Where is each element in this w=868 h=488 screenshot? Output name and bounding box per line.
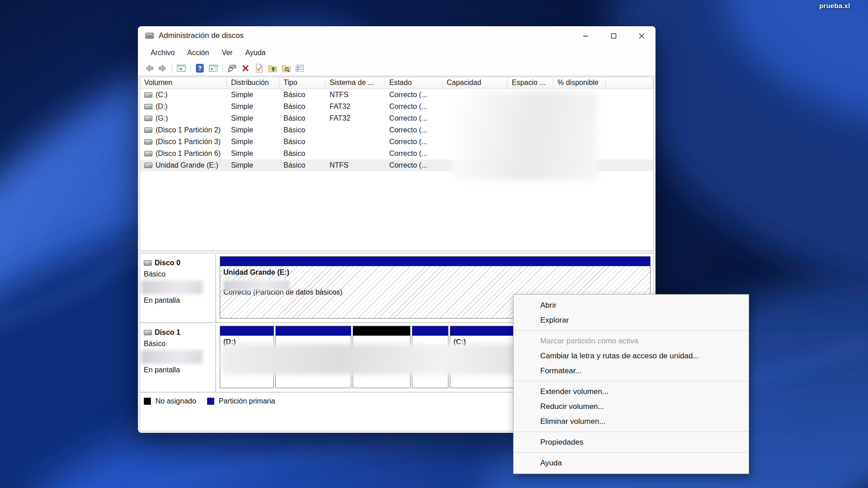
cell-status: Correcto (...: [385, 103, 443, 111]
volume-icon: [144, 127, 152, 133]
delete-volume-icon[interactable]: [239, 62, 252, 74]
menu-item[interactable]: Reducir volumen...: [514, 399, 749, 414]
column-header-sistema[interactable]: Sistema de ...: [326, 77, 385, 89]
cell-volume: (Disco 1 Partición 3): [156, 138, 221, 146]
redacted-disk-0-size: [141, 281, 203, 294]
disk-0-info[interactable]: Disco 0 Básico En pantalla: [140, 254, 216, 322]
menu-item[interactable]: Ayuda: [514, 455, 749, 470]
cell-volume: (Disco 1 Partición 6): [156, 150, 221, 158]
cell-status: Correcto (...: [385, 114, 443, 122]
volume-icon: [144, 139, 152, 145]
disk-1-info[interactable]: Disco 1 Básico En pantalla: [140, 324, 216, 392]
cell-status: Correcto (...: [385, 138, 443, 146]
disk-1-visibility: En pantalla: [144, 366, 212, 374]
desktop-icon-label[interactable]: prueba.xl: [819, 2, 868, 9]
menu-ayuda[interactable]: Ayuda: [239, 47, 272, 59]
column-header-estado[interactable]: Estado: [385, 77, 443, 89]
column-header-tipo[interactable]: Tipo: [279, 77, 326, 89]
cell-volume: (C:): [156, 91, 168, 99]
disk-icon: [144, 260, 152, 266]
cell-status: Correcto (...: [385, 161, 443, 169]
table-row[interactable]: (Disco 1 Partición 6) Simple Básico Corr…: [140, 148, 653, 160]
disk-0-name: Disco 0: [155, 259, 180, 267]
table-row[interactable]: (D:) Simple Básico FAT32 Correcto (...: [140, 101, 653, 113]
menu-item[interactable]: Explorar: [514, 313, 749, 328]
column-header-disponible[interactable]: % disponible: [553, 77, 606, 89]
action-pane-icon[interactable]: [207, 62, 220, 74]
disk-icon: [144, 330, 152, 335]
forward-icon[interactable]: [156, 62, 170, 74]
legend-label-primary: Partición primaria: [219, 397, 275, 405]
back-icon[interactable]: [142, 62, 156, 74]
disk-1-name: Disco 1: [155, 328, 180, 337]
cell-type: Básico: [279, 126, 326, 134]
window-title: Administración de discos: [159, 31, 244, 40]
app-icon: [145, 32, 154, 39]
table-row[interactable]: (Disco 1 Partición 2) Simple Básico Corr…: [140, 124, 653, 136]
redacted-disk-1-labels: [222, 344, 514, 375]
menu-archivo[interactable]: Archivo: [144, 47, 181, 59]
partition-type-stripe: [353, 326, 410, 336]
volume-table-header: Volumen Distribución Tipo Sistema de ...…: [140, 77, 653, 89]
menu-item[interactable]: Abrir: [514, 298, 749, 313]
column-header-volumen[interactable]: Volumen: [140, 77, 227, 89]
column-header-capacidad[interactable]: Capacidad: [443, 77, 508, 89]
menu-item[interactable]: Propiedades: [514, 435, 749, 450]
cell-filesystem: NTFS: [326, 91, 385, 99]
check-document-icon[interactable]: [252, 62, 266, 74]
maximize-button[interactable]: [599, 26, 627, 45]
disk-properties-icon[interactable]: [225, 62, 239, 74]
menu-accion[interactable]: Acción: [181, 47, 215, 59]
disk-0-type: Básico: [144, 270, 212, 278]
column-header-blank: [606, 77, 653, 89]
column-header-espacio[interactable]: Espacio ...: [508, 77, 553, 89]
cell-layout: Simple: [227, 126, 279, 134]
menu-item[interactable]: Cambiar la letra y rutas de acceso de un…: [514, 348, 749, 363]
help-icon[interactable]: ?: [193, 62, 207, 74]
menu-item: Marcar partición como activa: [514, 333, 749, 348]
folder-up-icon[interactable]: [266, 62, 279, 74]
cell-volume: Unidad Grande (E:): [156, 161, 218, 169]
folder-search-icon[interactable]: [279, 62, 293, 74]
volume-icon: [144, 151, 152, 156]
legend-swatch-primary: [207, 398, 214, 405]
cell-status: Correcto (...: [385, 150, 443, 158]
toolbar: ?: [138, 61, 656, 76]
cell-type: Básico: [279, 150, 326, 158]
table-row[interactable]: (C:) Simple Básico NTFS Correcto (...: [140, 89, 653, 101]
minimize-button[interactable]: [571, 26, 599, 45]
partition-type-stripe: [220, 257, 650, 266]
view-list-icon[interactable]: [293, 62, 307, 74]
menu-ver[interactable]: Ver: [215, 47, 239, 59]
cell-filesystem: NTFS: [326, 161, 385, 169]
menu-separator: [514, 330, 748, 331]
column-header-distribucion[interactable]: Distribución: [227, 77, 279, 89]
partition-label: Unidad Grande (E:): [223, 268, 289, 276]
toolbar-separator: [172, 63, 172, 73]
volume-rows: (C:) Simple Básico NTFS Correcto (... (D…: [140, 89, 653, 171]
menu-item[interactable]: Eliminar volumen...: [514, 414, 749, 429]
redacted-partition-size: [223, 281, 290, 291]
table-row[interactable]: (G:) Simple Básico FAT32 Correcto (...: [140, 113, 653, 124]
cell-volume: (Disco 1 Partición 2): [156, 126, 221, 134]
svg-text:?: ?: [198, 65, 202, 72]
partition-type-stripe: [412, 326, 448, 336]
menu-item[interactable]: Extender volumen...: [514, 384, 749, 399]
legend-label-unallocated: No asignado: [156, 397, 196, 405]
volume-icon: [144, 104, 152, 109]
cell-layout: Simple: [227, 103, 279, 111]
context-menu: AbrirExplorarMarcar partición como activ…: [513, 294, 749, 474]
cell-layout: Simple: [227, 150, 279, 158]
volume-icon: [144, 163, 152, 168]
close-button[interactable]: [627, 26, 656, 45]
desktop: prueba.xl Administración de discos: [0, 0, 868, 488]
cell-type: Básico: [279, 103, 326, 111]
toolbar-separator: [190, 63, 191, 73]
table-row[interactable]: (Disco 1 Partición 3) Simple Básico Corr…: [140, 136, 653, 148]
menu-item[interactable]: Formatear...: [514, 363, 749, 378]
cell-layout: Simple: [227, 161, 279, 169]
legend-swatch-unallocated: [144, 398, 151, 405]
table-row[interactable]: Unidad Grande (E:) Simple Básico NTFS Co…: [140, 160, 653, 171]
volume-list-pane: Volumen Distribución Tipo Sistema de ...…: [140, 77, 654, 251]
console-tree-icon[interactable]: [175, 62, 188, 74]
